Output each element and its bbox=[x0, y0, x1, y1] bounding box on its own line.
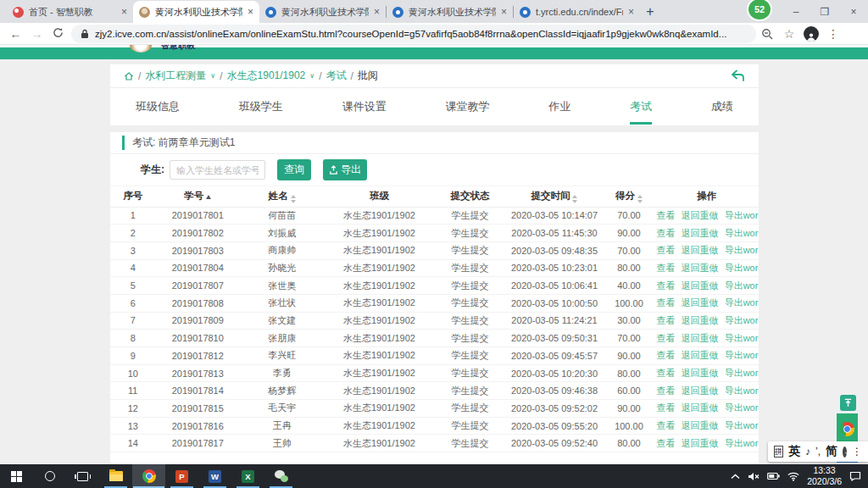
export-word-link[interactable]: 导出word bbox=[725, 350, 759, 360]
tab-exam[interactable]: 考试 bbox=[630, 88, 652, 125]
export-word-link[interactable]: 导出word bbox=[725, 333, 759, 343]
tab-grades[interactable]: 成绩 bbox=[711, 88, 733, 125]
view-link[interactable]: 查看 bbox=[657, 350, 676, 360]
return-redo-link[interactable]: 退回重做 bbox=[682, 333, 719, 343]
chrome-float-widget[interactable] bbox=[837, 413, 858, 445]
refresh-button[interactable] bbox=[47, 27, 69, 41]
view-link[interactable]: 查看 bbox=[657, 228, 676, 238]
tab-class-info[interactable]: 班级信息 bbox=[136, 88, 180, 125]
export-word-link[interactable]: 导出word bbox=[725, 385, 759, 396]
view-link[interactable]: 查看 bbox=[657, 297, 676, 308]
tab-homework[interactable]: 作业 bbox=[548, 88, 570, 125]
cortana-button[interactable] bbox=[33, 464, 66, 488]
ime-emoji-icon[interactable] bbox=[843, 446, 847, 458]
back-to-top-button[interactable] bbox=[840, 395, 856, 411]
home-icon[interactable] bbox=[124, 71, 134, 81]
minimize-button[interactable]: – bbox=[782, 0, 810, 23]
browser-tab-active[interactable]: 黄河水利职业技术学院 × bbox=[133, 1, 259, 23]
export-word-link[interactable]: 导出word bbox=[725, 420, 759, 430]
browser-tab-4[interactable]: 黄河水利职业技术学院 × bbox=[387, 1, 513, 23]
browser-tab-5[interactable]: t.yrcti.edu.cn/index/Front × bbox=[514, 1, 640, 23]
battery-icon[interactable] bbox=[767, 472, 780, 480]
query-button[interactable]: 查询 bbox=[277, 159, 311, 180]
view-link[interactable]: 查看 bbox=[657, 402, 676, 413]
zoom-page-icon[interactable] bbox=[756, 28, 778, 40]
export-word-link[interactable]: 导出word bbox=[725, 245, 759, 255]
view-link[interactable]: 查看 bbox=[657, 245, 676, 255]
ime-punctuation-toggle[interactable]: ’, bbox=[815, 446, 821, 458]
col-header-student-id[interactable]: 学号 bbox=[156, 186, 240, 207]
profile-avatar[interactable] bbox=[800, 26, 822, 42]
return-redo-link[interactable]: 退回重做 bbox=[682, 297, 719, 308]
chrome-taskbar-button[interactable] bbox=[132, 464, 165, 488]
export-button[interactable]: 导出 bbox=[323, 159, 367, 180]
export-word-link[interactable]: 导出word bbox=[725, 280, 759, 291]
return-redo-link[interactable]: 退回重做 bbox=[682, 263, 719, 273]
clock[interactable]: 13:33 2020/3/6 bbox=[807, 465, 842, 487]
browser-menu-icon[interactable]: ⋮ bbox=[822, 27, 844, 41]
browser-tab-3[interactable]: 黄河水利职业技术学院 × bbox=[259, 1, 386, 23]
return-redo-link[interactable]: 退回重做 bbox=[682, 245, 719, 255]
new-tab-button[interactable]: + bbox=[640, 4, 660, 19]
excel-button[interactable]: X bbox=[231, 464, 264, 488]
close-window-button[interactable]: × bbox=[839, 0, 868, 23]
ime-english-mode[interactable]: 英 bbox=[788, 444, 800, 459]
browser-tab-home[interactable]: 首页 - 智慧职教 × bbox=[7, 1, 133, 23]
ime-pinyin-icon[interactable]: 拼 bbox=[774, 446, 783, 458]
tab-classroom-teaching[interactable]: 课堂教学 bbox=[445, 88, 489, 125]
export-word-link[interactable]: 导出word bbox=[725, 297, 759, 308]
tab-courseware-settings[interactable]: 课件设置 bbox=[342, 88, 387, 125]
view-link[interactable]: 查看 bbox=[657, 333, 676, 343]
wechat-button[interactable] bbox=[264, 464, 298, 488]
col-header-score[interactable]: 得分 bbox=[603, 186, 654, 207]
return-redo-link[interactable]: 退回重做 bbox=[682, 420, 719, 430]
col-header-name[interactable]: 姓名 bbox=[240, 186, 324, 207]
view-link[interactable]: 查看 bbox=[657, 368, 676, 378]
return-redo-link[interactable]: 退回重做 bbox=[682, 315, 719, 325]
view-link[interactable]: 查看 bbox=[657, 438, 676, 448]
return-redo-link[interactable]: 退回重做 bbox=[682, 210, 719, 220]
return-redo-link[interactable]: 退回重做 bbox=[682, 228, 719, 238]
close-tab-icon[interactable]: × bbox=[121, 7, 127, 17]
col-header-submit-time[interactable]: 提交时间 bbox=[506, 186, 604, 207]
ime-more-icon[interactable]: ⋮ bbox=[852, 446, 862, 458]
view-link[interactable]: 查看 bbox=[657, 263, 676, 273]
view-link[interactable]: 查看 bbox=[657, 210, 676, 220]
breadcrumb-class[interactable]: 水生态1901/1902 bbox=[227, 69, 306, 83]
return-redo-link[interactable]: 退回重做 bbox=[682, 402, 719, 413]
export-word-link[interactable]: 导出word bbox=[725, 438, 759, 448]
close-tab-icon[interactable]: × bbox=[501, 7, 507, 17]
close-tab-icon[interactable]: × bbox=[374, 7, 380, 17]
export-word-link[interactable]: 导出word bbox=[725, 263, 759, 273]
return-redo-link[interactable]: 退回重做 bbox=[682, 350, 719, 360]
task-view-button[interactable] bbox=[66, 464, 99, 488]
breadcrumb-course[interactable]: 水利工程测量 bbox=[145, 69, 206, 83]
return-redo-link[interactable]: 退回重做 bbox=[682, 438, 719, 448]
search-input[interactable] bbox=[170, 160, 265, 180]
ime-sound-icon[interactable]: ♪ bbox=[805, 446, 810, 458]
return-redo-link[interactable]: 退回重做 bbox=[682, 385, 719, 396]
export-word-link[interactable]: 导出word bbox=[725, 402, 759, 413]
breadcrumb-section[interactable]: 考试 bbox=[326, 69, 346, 83]
return-back-button[interactable] bbox=[731, 69, 745, 82]
return-redo-link[interactable]: 退回重做 bbox=[682, 280, 719, 291]
powerpoint-button[interactable]: P bbox=[165, 464, 198, 488]
hidden-icons-chevron[interactable] bbox=[731, 474, 740, 480]
close-tab-icon[interactable]: × bbox=[628, 7, 634, 17]
maximize-button[interactable]: ❐ bbox=[810, 0, 839, 23]
start-button[interactable] bbox=[0, 464, 33, 488]
action-center-icon[interactable] bbox=[849, 471, 861, 481]
view-link[interactable]: 查看 bbox=[657, 315, 676, 325]
back-button[interactable]: ← bbox=[5, 27, 26, 41]
export-word-link[interactable]: 导出word bbox=[725, 210, 759, 220]
volume-muted-icon[interactable] bbox=[748, 472, 760, 481]
view-link[interactable]: 查看 bbox=[657, 420, 676, 430]
view-link[interactable]: 查看 bbox=[657, 280, 676, 291]
return-redo-link[interactable]: 退回重做 bbox=[682, 368, 719, 378]
wifi-icon[interactable] bbox=[787, 472, 799, 481]
forward-button[interactable]: → bbox=[26, 27, 47, 41]
word-button[interactable]: W bbox=[198, 464, 231, 488]
tab-class-students[interactable]: 班级学生 bbox=[239, 88, 283, 125]
view-link[interactable]: 查看 bbox=[657, 385, 676, 396]
close-tab-icon[interactable]: × bbox=[248, 7, 253, 17]
